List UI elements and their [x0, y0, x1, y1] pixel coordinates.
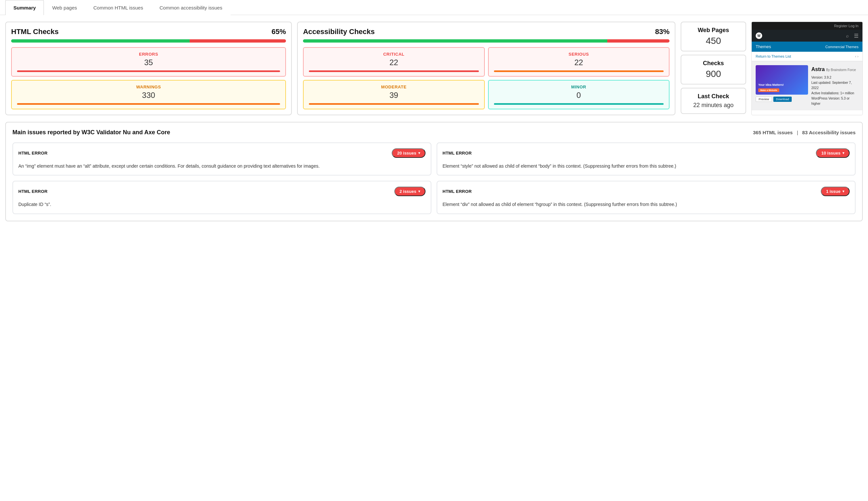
issue-card-1: HTML ERROR 10 issues ▾ Element “style” n…: [437, 142, 856, 175]
minor-bottom-bar: [494, 103, 664, 105]
warnings-box: WARNINGS 330: [11, 80, 286, 109]
issues-counts: 365 HTML issues | 83 Accessibility issue…: [753, 130, 856, 135]
last-check-title: Last Check: [687, 93, 740, 100]
theme-tagline: Your Idea Matters!: [758, 83, 784, 87]
issue-type-2: HTML ERROR: [18, 189, 47, 194]
issue-badge-label-0: 20 issues: [397, 151, 416, 156]
errors-box: ERRORS 35: [11, 47, 286, 77]
issue-card-0: HTML ERROR 20 issues ▾ An “img” element …: [12, 142, 431, 175]
theme-cta-btn[interactable]: Make a Website: [758, 88, 779, 92]
preview-theme-meta: Astra By Brainstorm Force Version: 3.9.2…: [811, 65, 858, 106]
preview-topbar: Register Log In: [752, 22, 862, 30]
theme-thumbnail: Your Idea Matters! Make a Website: [756, 65, 808, 95]
critical-label: CRITICAL: [309, 52, 478, 57]
issue-badge-0[interactable]: 20 issues ▾: [392, 148, 425, 158]
minor-value: 0: [494, 91, 664, 100]
checks-stat: Checks 900: [681, 55, 746, 85]
html-progress-green: [11, 39, 190, 43]
chevron-down-icon-1: ▾: [843, 151, 844, 155]
wp-logo-icon: W: [756, 32, 762, 39]
html-issues-count: 365 HTML issues: [753, 130, 793, 135]
serious-box: SERIOUS 22: [488, 47, 669, 77]
html-checks-percent: 65%: [272, 28, 286, 36]
issue-desc-3: Element “div” not allowed as child of el…: [443, 201, 850, 208]
main-content: HTML Checks 65% ERRORS 35 WARNINGS 330: [0, 15, 868, 228]
html-checks-card: HTML Checks 65% ERRORS 35 WARNINGS 330: [5, 22, 292, 115]
last-check-value: 22 minutes ago: [687, 102, 740, 109]
issue-type-1: HTML ERROR: [443, 151, 472, 156]
issue-badge-1[interactable]: 10 issues ▾: [816, 148, 850, 158]
preview-theme-image: Your Idea Matters! Make a Website Previe…: [756, 65, 808, 106]
html-progress-bar: [11, 39, 286, 43]
a11y-progress-bar: [303, 39, 669, 43]
critical-bottom-bar: [309, 71, 478, 72]
tab-web-pages[interactable]: Web pages: [44, 0, 85, 15]
a11y-checks-percent: 83%: [655, 28, 669, 36]
issue-badge-3[interactable]: 1 issue ▾: [821, 186, 850, 196]
preview-button[interactable]: Preview: [756, 97, 772, 102]
issues-grid: HTML ERROR 20 issues ▾ An “img” element …: [12, 142, 856, 214]
errors-value: 35: [17, 58, 280, 67]
issue-desc-2: Duplicate ID “s”.: [18, 201, 425, 208]
issue-card-header-2: HTML ERROR 2 issues ▾: [18, 186, 425, 196]
serious-value: 22: [494, 58, 664, 67]
errors-label: ERRORS: [17, 52, 280, 57]
a11y-checks-card: Accessibility Checks 83% CRITICAL 22 SER…: [297, 22, 675, 115]
web-pages-value: 450: [687, 36, 740, 46]
chevron-down-icon-2: ▾: [418, 189, 420, 193]
errors-bottom-bar: [17, 71, 280, 72]
theme-version: Version: 3.9.2: [811, 75, 858, 80]
a11y-progress-green: [303, 39, 607, 43]
issues-header: Main issues reported by W3C Validator Nu…: [12, 129, 856, 136]
html-metrics-grid: ERRORS 35 WARNINGS 330: [11, 47, 286, 109]
issue-badge-label-3: 1 issue: [826, 189, 840, 194]
chevron-down-icon-3: ▾: [843, 189, 844, 193]
serious-label: SERIOUS: [494, 52, 664, 57]
a11y-issues-count: 83 Accessibility issues: [802, 130, 856, 135]
a11y-progress-red: [607, 39, 669, 43]
serious-bottom-bar: [494, 71, 664, 72]
moderate-bottom-bar: [309, 103, 478, 105]
theme-name: Astra: [811, 65, 825, 74]
html-progress-red: [190, 39, 286, 43]
stats-row: HTML Checks 65% ERRORS 35 WARNINGS 330: [5, 22, 863, 115]
checks-title: Checks: [687, 60, 740, 67]
preview-topbar-right: Register Log In: [834, 24, 858, 28]
preview-themes-bar: Themes Commercial Themes: [752, 42, 862, 52]
tab-bar: Summary Web pages Common HTML issues Com…: [0, 0, 868, 15]
preview-card: Register Log In W ⌕ ☰ Themes Commercial …: [751, 22, 863, 115]
preview-theme-section: Your Idea Matters! Make a Website Previe…: [752, 61, 862, 110]
issue-type-3: HTML ERROR: [443, 189, 472, 194]
issue-desc-0: An “img” element must have an “alt” attr…: [18, 162, 425, 170]
themes-label: Themes: [756, 44, 771, 49]
warnings-bottom-bar: [17, 103, 280, 105]
tab-html-issues[interactable]: Common HTML issues: [85, 0, 151, 15]
preview-wp-bar: W ⌕ ☰: [752, 30, 862, 42]
minor-label: MINOR: [494, 85, 664, 89]
checks-value: 900: [687, 69, 740, 79]
moderate-box: MODERATE 39: [303, 80, 485, 109]
moderate-value: 39: [309, 91, 478, 100]
issues-section-title: Main issues reported by W3C Validator Nu…: [12, 129, 170, 136]
chevron-down-icon-0: ▾: [418, 151, 420, 155]
app-container: Summary Web pages Common HTML issues Com…: [0, 0, 868, 501]
preview-subnav: Return to Themes List ‹ ›: [752, 52, 862, 61]
issue-card-2: HTML ERROR 2 issues ▾ Duplicate ID “s”.: [12, 181, 431, 214]
theme-wp-version: WordPress Version: 5.3 or higher: [811, 96, 858, 106]
issue-type-0: HTML ERROR: [18, 151, 47, 156]
issue-card-3: HTML ERROR 1 issue ▾ Element “div” not a…: [437, 181, 856, 214]
critical-value: 22: [309, 58, 478, 67]
issue-card-header-0: HTML ERROR 20 issues ▾: [18, 148, 425, 158]
side-stats: Web Pages 450 Checks 900 Last Check 22 m…: [681, 22, 746, 115]
issue-badge-2[interactable]: 2 issues ▾: [394, 186, 425, 196]
issue-badge-label-2: 2 issues: [400, 189, 416, 194]
tab-a11y-issues[interactable]: Common accessibility issues: [151, 0, 231, 15]
download-button[interactable]: Download: [773, 97, 792, 102]
theme-active-installs: Active Installations: 1+ million: [811, 91, 858, 96]
tab-summary[interactable]: Summary: [5, 0, 44, 15]
last-check-stat: Last Check 22 minutes ago: [681, 88, 746, 114]
return-link[interactable]: Return to Themes List: [756, 54, 791, 58]
warnings-value: 330: [17, 91, 280, 100]
a11y-checks-header: Accessibility Checks 83%: [303, 28, 669, 36]
web-pages-stat: Web Pages 450: [681, 22, 746, 51]
